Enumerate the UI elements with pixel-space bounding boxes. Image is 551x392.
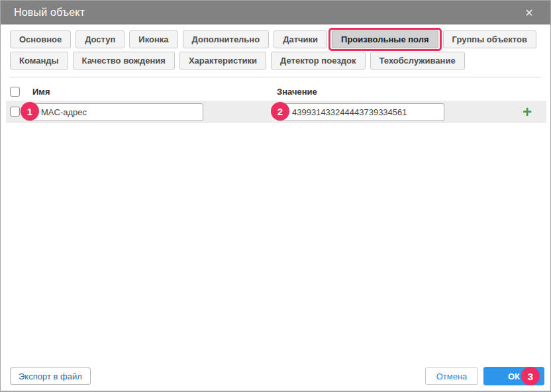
tab-proizvolnye-polya-label: Произвольные поля: [341, 34, 428, 44]
tab-datchiki[interactable]: Датчики: [274, 30, 327, 48]
column-header-value: Значение: [277, 87, 317, 97]
tab-dopolnitelno[interactable]: Дополнительно: [183, 30, 270, 48]
tab-tekhobsluzhivanie[interactable]: Техобслуживание: [370, 52, 465, 70]
field-name-input[interactable]: [26, 103, 203, 121]
field-value-input[interactable]: [277, 103, 444, 121]
annotation-badge-3: 3: [521, 367, 540, 385]
tab-proizvolnye-polya[interactable]: Произвольные поля: [332, 30, 438, 48]
dialog-title: Новый объект: [14, 7, 85, 19]
column-header-name: Имя: [32, 87, 50, 97]
tabs-content-divider: [10, 77, 541, 77]
tabs-row-1: Основное Доступ Иконка Дополнительно Дат…: [10, 30, 541, 48]
annotation-badge-2: 2: [271, 102, 289, 121]
tab-dostup[interactable]: Доступ: [75, 30, 125, 48]
select-all-checkbox[interactable]: [10, 87, 20, 97]
tab-detektor-poezdok[interactable]: Детектор поездок: [271, 52, 365, 70]
new-object-dialog: Новый объект ✕ Основное Доступ Иконка До…: [0, 0, 551, 392]
dialog-titlebar: Новый объект ✕: [1, 1, 550, 24]
tab-kachestvo-vozhdeniya[interactable]: Качество вождения: [73, 52, 175, 70]
close-icon[interactable]: ✕: [517, 1, 541, 24]
tab-ikonka[interactable]: Иконка: [129, 30, 177, 48]
tab-komandy[interactable]: Команды: [10, 52, 68, 70]
add-field-icon[interactable]: +: [523, 101, 532, 122]
cancel-button[interactable]: Отмена: [425, 368, 478, 385]
annotation-badge-1: 1: [21, 102, 39, 121]
row-checkbox[interactable]: [10, 107, 20, 117]
tab-kharakteristiki[interactable]: Характеристики: [179, 52, 266, 70]
tabs-row-2: Команды Качество вождения Характеристики…: [10, 52, 541, 70]
tab-gruppy-obektov[interactable]: Группы объектов: [443, 30, 536, 48]
tab-osnovnoe[interactable]: Основное: [10, 30, 71, 48]
export-to-file-button[interactable]: Экспорт в файл: [10, 368, 91, 385]
